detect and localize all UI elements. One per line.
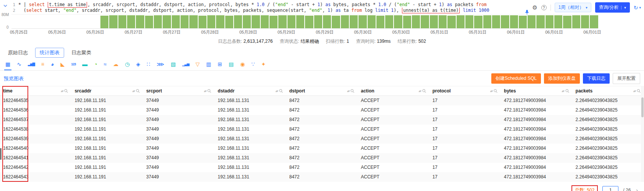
sort-icon[interactable]: ▴▾ xyxy=(61,89,63,93)
column-search-icon[interactable] xyxy=(637,89,641,93)
histogram-bar[interactable] xyxy=(474,16,482,28)
histogram-chart-icon[interactable]: ▁▃▅ xyxy=(182,61,189,67)
tab-statistic-chart[interactable]: 统计图表 xyxy=(35,48,64,58)
sort-icon[interactable]: ▴▾ xyxy=(490,89,492,93)
histogram-bar[interactable] xyxy=(234,15,242,28)
sort-icon[interactable]: ▴▾ xyxy=(419,89,421,93)
histogram-bar[interactable] xyxy=(199,16,207,28)
histogram-bar[interactable] xyxy=(483,15,491,28)
map-pro-chart-icon[interactable]: ◉ xyxy=(240,61,245,67)
histogram-bar[interactable] xyxy=(127,15,135,28)
sankey-chart-icon[interactable]: ⋙ xyxy=(157,61,164,67)
histogram-bar[interactable] xyxy=(501,15,509,28)
histogram-bar[interactable] xyxy=(189,15,197,28)
word-cloud-chart-icon[interactable]: ☁ xyxy=(113,61,118,67)
histogram-bar[interactable] xyxy=(163,15,171,28)
table-row[interactable]: 1622464538192.168.11.19137449192.168.11.… xyxy=(0,125,644,134)
histogram-bar[interactable] xyxy=(581,15,589,28)
funnel-chart-icon[interactable]: ▽ xyxy=(195,61,200,67)
histogram-bar[interactable] xyxy=(261,15,269,28)
histogram-bar[interactable] xyxy=(314,15,322,28)
cross-table-chart-icon[interactable]: ⊞ xyxy=(218,61,222,67)
histogram-bar[interactable] xyxy=(403,16,411,28)
histogram-bar[interactable] xyxy=(118,15,126,28)
sort-icon[interactable]: ▴▾ xyxy=(633,89,636,93)
histogram-bar[interactable] xyxy=(207,15,215,28)
expand-config-button[interactable]: 展开配置 xyxy=(613,73,640,84)
histogram-bar[interactable] xyxy=(457,15,465,28)
histogram-bar[interactable] xyxy=(492,15,500,28)
pie-chart-icon[interactable]: ◕ xyxy=(51,61,54,67)
histogram-bar[interactable] xyxy=(296,15,304,28)
histogram-bar[interactable] xyxy=(465,15,473,28)
histogram-bar[interactable] xyxy=(376,16,384,28)
column-search-icon[interactable] xyxy=(350,89,355,93)
histogram-bar[interactable] xyxy=(519,16,527,28)
table-row[interactable]: 1622464536192.168.11.19137449192.168.11.… xyxy=(0,105,644,115)
refresh-button[interactable]: ↻ ▾ xyxy=(634,5,641,11)
histogram-bar[interactable] xyxy=(100,16,108,28)
flow-chart-icon[interactable]: ≈ xyxy=(104,61,107,67)
column-chart-icon[interactable]: ▂▅▇ xyxy=(28,61,35,67)
histogram-bar[interactable] xyxy=(145,16,153,28)
histogram-bar[interactable] xyxy=(430,15,438,28)
column-header-time[interactable]: time▴▾ xyxy=(0,88,71,94)
table-row[interactable]: 1622464535192.168.11.19137449192.168.11.… xyxy=(0,96,644,105)
histogram-bar[interactable] xyxy=(536,15,544,28)
column-header-action[interactable]: action▴▾ xyxy=(358,88,429,94)
histogram-bar[interactable] xyxy=(278,15,286,28)
scatter-chart-icon[interactable]: ∷ xyxy=(147,61,150,67)
histogram-bar[interactable] xyxy=(572,15,580,28)
help-icon[interactable]: ? xyxy=(541,5,547,10)
search-analyze-button[interactable]: 查询/分析 ▾ xyxy=(595,2,630,13)
column-search-icon[interactable] xyxy=(494,89,498,93)
map-chart-icon[interactable]: ◈ xyxy=(136,61,140,67)
sort-icon[interactable]: ▴▾ xyxy=(204,89,206,93)
table-row[interactable]: 1622464543192.168.11.19137449192.168.11.… xyxy=(0,172,644,182)
histogram-bar[interactable] xyxy=(385,15,393,28)
sort-icon[interactable]: ▴▾ xyxy=(132,89,135,93)
histogram-bar[interactable] xyxy=(546,15,554,28)
sort-icon[interactable]: ▴▾ xyxy=(562,89,564,93)
column-search-icon[interactable] xyxy=(565,89,570,93)
histogram-bar[interactable] xyxy=(368,15,376,28)
histogram-bar[interactable] xyxy=(305,16,313,28)
add-to-dashboard-button[interactable]: 添加到仪表盘 xyxy=(544,73,580,84)
bar-chart-icon[interactable]: ≡ xyxy=(41,61,44,67)
query-editor[interactable]: 1 2 * | select t.time as time, srcaddr, … xyxy=(0,0,644,14)
column-search-icon[interactable] xyxy=(136,89,140,93)
histogram-bar[interactable] xyxy=(252,15,260,28)
table-scrollbar-track[interactable] xyxy=(641,86,644,182)
histogram-bar[interactable] xyxy=(394,15,402,28)
column-header-dstaddr[interactable]: dstaddr▴▾ xyxy=(215,88,286,94)
sort-icon[interactable]: ▴▾ xyxy=(276,89,278,93)
histogram-bar[interactable] xyxy=(350,15,358,28)
next-page-button[interactable]: › xyxy=(635,187,639,191)
column-header-protocol[interactable]: protocol▴▾ xyxy=(429,88,501,94)
histogram-bar[interactable] xyxy=(447,16,455,28)
table-row[interactable]: 1622464537192.168.11.19137449192.168.11.… xyxy=(0,115,644,125)
histogram-bar[interactable] xyxy=(358,15,366,28)
histogram-bar[interactable] xyxy=(216,15,224,28)
histogram-bar[interactable] xyxy=(341,15,349,28)
column-search-icon[interactable] xyxy=(279,89,283,93)
table-row[interactable]: 1622464541192.168.11.19137449192.168.11.… xyxy=(0,153,644,163)
column-header-dstport[interactable]: dstport▴▾ xyxy=(286,88,358,94)
chevron-down-icon[interactable] xyxy=(3,2,10,10)
gauge-chart-icon[interactable]: ◔ xyxy=(94,61,97,67)
bubble-chart-icon[interactable]: ∵ xyxy=(251,61,255,67)
table-chart-icon[interactable]: ▦ xyxy=(5,61,10,67)
left-scrollbar-thumb[interactable] xyxy=(0,148,2,160)
location-chart-icon[interactable]: ✦ xyxy=(261,61,266,67)
single-value-chart-icon[interactable]: 123 xyxy=(71,61,76,67)
pivot-table-chart-icon[interactable]: ▤ xyxy=(229,61,234,67)
column-search-icon[interactable] xyxy=(207,89,211,93)
table-row[interactable]: 1622464540192.168.11.19137449192.168.11.… xyxy=(0,144,644,153)
histogram-bar[interactable] xyxy=(554,15,562,28)
histogram-bar[interactable] xyxy=(590,15,598,28)
column-header-bytes[interactable]: bytes▴▾ xyxy=(501,88,572,94)
histogram-bar[interactable] xyxy=(412,15,420,28)
histogram-bar[interactable] xyxy=(109,15,117,28)
histogram-bar[interactable] xyxy=(287,15,295,28)
histogram-bar[interactable] xyxy=(154,15,162,28)
